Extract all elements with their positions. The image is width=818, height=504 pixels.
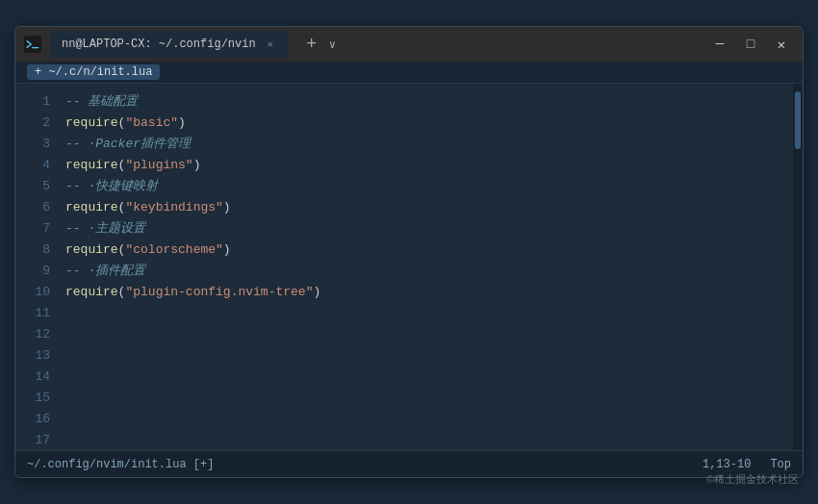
table-row — [65, 409, 793, 430]
table-row — [65, 388, 793, 409]
table-row: require("plugins") — [65, 155, 793, 176]
table-row: -- ·Packer插件管理 — [65, 134, 793, 155]
table-row: require("colorscheme") — [65, 239, 793, 261]
status-file: ~/.config/nvim/init.lua [+] — [27, 458, 214, 471]
new-tab-btn[interactable]: + — [300, 33, 323, 56]
table-row — [65, 430, 793, 450]
table-row: require("plugin-config.nvim-tree") — [65, 282, 793, 303]
table-row: -- ·快捷键映射 — [65, 176, 793, 197]
table-row: require("basic") — [65, 113, 793, 134]
close-btn[interactable]: ✕ — [768, 35, 795, 54]
tab-close-btn[interactable]: ✕ — [264, 38, 277, 51]
code-content[interactable]: -- 基础配置require("basic")-- ·Packer插件管理req… — [62, 84, 793, 450]
svg-rect-0 — [24, 36, 41, 53]
watermark: ©稀土掘金技术社区 — [706, 472, 799, 487]
tab-extras: + ∨ — [300, 33, 336, 56]
breadcrumb-label: + ~/.c/n/init.lua — [27, 64, 160, 80]
scrollbar-thumb[interactable] — [795, 91, 801, 149]
breadcrumb: + ~/.c/n/init.lua — [15, 62, 803, 84]
table-row — [65, 324, 793, 345]
table-row: -- 基础配置 — [65, 91, 793, 113]
line-numbers: 123456789101112131415161718 — [15, 84, 62, 450]
editor-area: + ~/.c/n/init.lua 1234567891011121314151… — [15, 62, 803, 450]
table-row: require("keybindings") — [65, 197, 793, 218]
terminal-window: nn@LAPTOP-CX: ~/.config/nvin ✕ + ∨ ─ □ ✕… — [14, 26, 804, 478]
terminal-icon — [23, 35, 42, 54]
maximize-btn[interactable]: □ — [737, 35, 764, 54]
status-right: 1,13-10 Top — [703, 458, 791, 471]
tab-label: nn@LAPTOP-CX: ~/.config/nvin — [62, 38, 256, 51]
status-position: 1,13-10 — [703, 458, 751, 471]
table-row — [65, 366, 793, 388]
table-row: -- ·插件配置 — [65, 261, 793, 282]
minimize-btn[interactable]: ─ — [706, 35, 733, 54]
window-controls: ─ □ ✕ — [706, 35, 795, 54]
active-tab[interactable]: nn@LAPTOP-CX: ~/.config/nvin ✕ — [50, 31, 289, 58]
status-scroll: Top — [770, 458, 791, 471]
table-row — [65, 345, 793, 366]
table-row: -- ·主题设置 — [65, 218, 793, 239]
status-bar: ~/.config/nvim/init.lua [+] 1,13-10 Top — [15, 450, 803, 477]
scrollbar[interactable] — [793, 84, 803, 450]
table-row — [65, 303, 793, 324]
titlebar: nn@LAPTOP-CX: ~/.config/nvin ✕ + ∨ ─ □ ✕ — [15, 27, 803, 62]
code-area: 123456789101112131415161718 -- 基础配置requi… — [15, 84, 803, 450]
tab-dropdown-btn[interactable]: ∨ — [329, 38, 336, 52]
